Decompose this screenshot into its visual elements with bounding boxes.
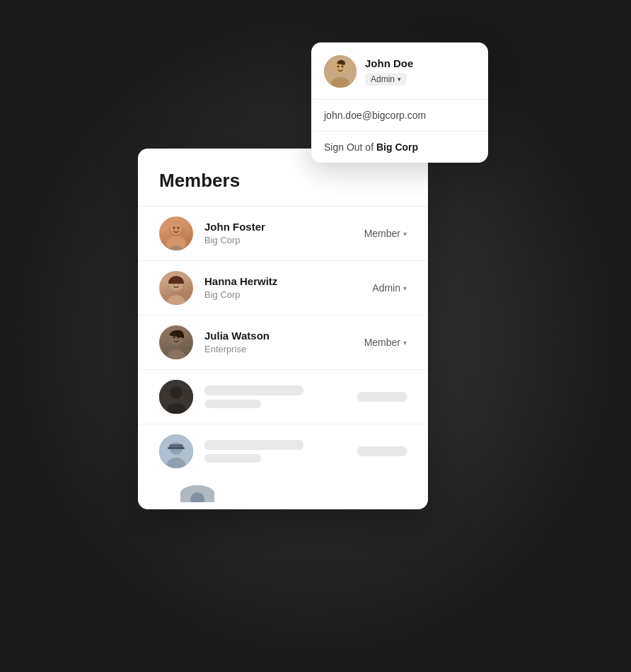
- svg-point-11: [173, 337, 175, 339]
- svg-rect-20: [168, 447, 185, 449]
- member-info-skeleton: [204, 386, 346, 408]
- skeleton-name: [204, 386, 303, 395]
- avatar: [159, 325, 193, 359]
- sign-out-item[interactable]: Sign Out of Big Corp: [311, 132, 488, 163]
- skeleton-role: [357, 392, 407, 402]
- skeleton-name: [204, 440, 303, 450]
- profile-avatar: [324, 55, 357, 88]
- member-role-label: Admin: [372, 282, 400, 294]
- avatar: [159, 434, 193, 468]
- member-org: Big Corp: [204, 289, 361, 301]
- partial-row: [138, 478, 428, 502]
- member-name: Hanna Herwitz: [204, 274, 361, 289]
- scene: Members John Foster Big Corp Member: [0, 0, 631, 672]
- svg-point-9: [166, 349, 186, 359]
- email-item: john.doe@bigcorp.com: [311, 100, 488, 132]
- chevron-down-icon: ▾: [403, 230, 407, 238]
- member-info: Julia Watson Enterprise: [204, 329, 353, 356]
- member-row: Julia Watson Enterprise Member ▾: [138, 315, 428, 369]
- profile-header: John Doe Admin ▾: [311, 42, 488, 100]
- member-info: John Foster Big Corp: [204, 220, 353, 247]
- profile-name: John Doe: [365, 57, 413, 69]
- member-row-skeleton: [138, 424, 428, 478]
- member-role-select[interactable]: Member ▾: [364, 337, 407, 348]
- profile-dropdown: John Doe Admin ▾ john.doe@bigcorp.com Si…: [311, 42, 488, 163]
- sign-out-org: Big Corp: [376, 141, 418, 153]
- member-org: Big Corp: [204, 234, 353, 247]
- svg-point-25: [337, 66, 340, 68]
- profile-info: John Doe Admin ▾: [365, 57, 413, 86]
- svg-point-2: [170, 222, 183, 235]
- chevron-down-icon: ▾: [403, 284, 407, 292]
- skeleton-role: [357, 446, 407, 456]
- member-role-select[interactable]: Admin ▾: [372, 282, 407, 294]
- member-info-skeleton: [204, 440, 346, 463]
- role-badge[interactable]: Admin ▾: [365, 73, 407, 86]
- member-org: Enterprise: [204, 343, 353, 356]
- member-name: Julia Watson: [204, 329, 353, 343]
- skeleton-org: [204, 454, 261, 463]
- svg-point-14: [170, 386, 183, 399]
- member-info: Hanna Herwitz Big Corp: [204, 274, 361, 301]
- skeleton-org: [204, 400, 261, 408]
- member-role-label: Member: [364, 337, 400, 348]
- svg-point-3: [173, 227, 175, 229]
- avatar: [159, 271, 193, 305]
- members-title: Members: [138, 170, 428, 206]
- member-row-skeleton: [138, 369, 428, 424]
- sign-out-prefix: Sign Out of: [324, 141, 376, 153]
- chevron-down-icon: ▾: [403, 339, 407, 347]
- avatar: [159, 380, 193, 414]
- members-panel: Members John Foster Big Corp Member: [138, 149, 428, 509]
- role-badge-label: Admin: [371, 74, 395, 84]
- member-name: John Foster: [204, 220, 353, 234]
- member-row: John Foster Big Corp Member ▾: [138, 206, 428, 260]
- avatar: [159, 216, 193, 250]
- member-row: Hanna Herwitz Big Corp Admin ▾: [138, 260, 428, 315]
- chevron-down-icon: ▾: [398, 76, 401, 83]
- member-role-label: Member: [364, 228, 400, 239]
- svg-point-5: [166, 295, 186, 305]
- member-role-select[interactable]: Member ▾: [364, 228, 407, 239]
- svg-point-4: [178, 227, 180, 229]
- svg-point-26: [342, 66, 344, 68]
- partial-avatar: [180, 485, 214, 502]
- email-text: john.doe@bigcorp.com: [324, 110, 426, 121]
